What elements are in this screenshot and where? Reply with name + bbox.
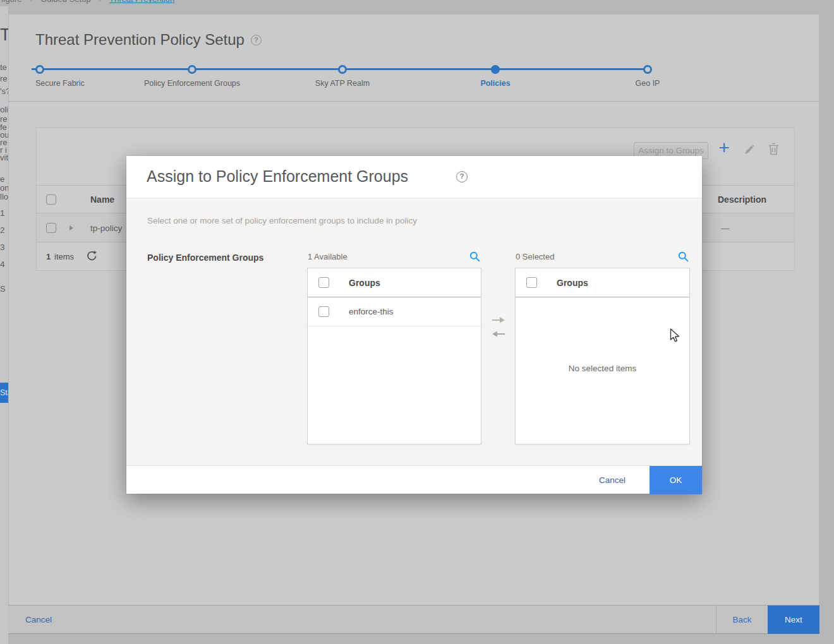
step-label-policies: Policies <box>480 79 510 88</box>
move-left-icon[interactable] <box>491 331 506 337</box>
breadcrumb-separator-icon: › <box>99 0 101 4</box>
breadcrumb: figure › Guided Setup › Threat Preventio… <box>0 0 834 6</box>
back-button[interactable]: Back <box>716 605 768 634</box>
modal-title: Assign to Policy Enforcement Groups <box>147 167 408 186</box>
clipped-list-number: 3 <box>0 242 5 252</box>
selected-column-header: Groups <box>557 278 588 288</box>
modal-footer: Cancel OK <box>126 465 702 494</box>
step-label-secure-fabric: Secure Fabric <box>35 79 85 88</box>
selected-count-label: 0 Selected <box>516 252 554 261</box>
items-count-label: items <box>54 252 74 261</box>
breadcrumb-threat-prevention[interactable]: Threat Prevention <box>109 0 174 4</box>
background-left-panel: Th te re 's? olic re fe ou re r i vit e … <box>0 6 8 644</box>
selected-select-all-checkbox[interactable] <box>526 277 537 288</box>
clipped-start-button[interactable]: Sta <box>0 383 8 403</box>
modal-help-icon[interactable]: ? <box>456 171 468 182</box>
selected-groups-listbox: Groups No selected items <box>515 268 690 444</box>
transfer-controls <box>481 317 515 345</box>
search-icon[interactable] <box>469 251 480 262</box>
available-count-label: 1 Available <box>308 252 348 261</box>
step-label-sky-atp-realm: Sky ATP Realm <box>315 79 370 88</box>
modal-cancel-button[interactable]: Cancel <box>599 475 626 485</box>
screen: figure › Guided Setup › Threat Preventio… <box>0 0 834 644</box>
step-dot-sky-atp-realm[interactable] <box>338 65 347 74</box>
modal-header: Assign to Policy Enforcement Groups ? <box>126 156 702 198</box>
column-header-name[interactable]: Name <box>90 194 114 205</box>
search-icon[interactable] <box>678 251 689 262</box>
expand-row-icon[interactable] <box>70 225 73 230</box>
clipped-text-fragment: 's? <box>0 86 8 96</box>
step-dot-policy-enforcement-groups[interactable] <box>188 65 196 74</box>
list-item[interactable]: enforce-this <box>308 297 481 326</box>
available-select-all-checkbox[interactable] <box>318 277 329 288</box>
page-title-text: Threat Prevention Policy Setup <box>35 31 245 48</box>
clipped-text-fragment: olic <box>0 105 8 114</box>
clipped-list-number: 2 <box>0 225 5 235</box>
clipped-text-fragment: te <box>0 63 7 72</box>
assign-groups-modal: Assign to Policy Enforcement Groups ? Se… <box>126 156 702 494</box>
breadcrumb-separator-icon: › <box>30 0 32 4</box>
next-button[interactable]: Next <box>768 605 819 634</box>
delete-icon[interactable] <box>768 143 779 155</box>
row-checkbox[interactable] <box>46 223 56 233</box>
selected-groups-panel: 0 Selected Groups No selected items <box>515 251 690 266</box>
clipped-text-fragment: Th <box>0 25 8 45</box>
available-list-header: Groups <box>308 268 481 297</box>
clipped-text-fragment: S <box>0 284 6 294</box>
clipped-text-fragment: llo <box>0 192 8 201</box>
step-dot-policies[interactable] <box>491 65 500 74</box>
edit-icon[interactable] <box>744 144 755 155</box>
refresh-icon[interactable] <box>86 250 97 261</box>
breadcrumb-prefix-fragment: figure <box>1 0 22 4</box>
wizard-header: Threat Prevention Policy Setup? Secure F… <box>9 15 819 102</box>
available-groups-panel: 1 Available Groups enforce-this <box>307 251 481 266</box>
available-item-checkbox[interactable] <box>318 306 329 317</box>
empty-selection-message: No selected items <box>516 364 689 373</box>
modal-body: Select one or more set of policy enforce… <box>126 198 702 465</box>
page-title: Threat Prevention Policy Setup? <box>35 31 262 49</box>
step-dot-secure-fabric[interactable] <box>35 65 44 74</box>
modal-ok-button[interactable]: OK <box>650 466 702 494</box>
clipped-text-fragment: on <box>0 183 8 193</box>
items-count: 1 <box>46 252 51 261</box>
step-dot-geo-ip[interactable] <box>643 65 652 74</box>
column-header-description[interactable]: Description <box>718 194 766 205</box>
step-label-policy-enforcement-groups: Policy Enforcement Groups <box>144 79 240 88</box>
wizard-cancel-button[interactable]: Cancel <box>25 615 52 624</box>
field-label-policy-enforcement-groups: Policy Enforcement Groups <box>147 253 263 263</box>
clipped-text-fragment: vit <box>0 153 8 162</box>
mouse-cursor <box>670 328 680 343</box>
step-label-geo-ip: Geo IP <box>636 79 660 88</box>
clipped-text-fragment: re <box>0 74 8 83</box>
clipped-text-fragment: e <box>0 174 4 184</box>
available-groups-listbox: Groups enforce-this <box>307 268 481 444</box>
available-item-label: enforce-this <box>349 307 394 316</box>
help-icon[interactable]: ? <box>251 35 262 45</box>
policy-description-cell: — <box>721 224 730 233</box>
wizard-bottom-bar: Cancel Back Next <box>8 605 819 634</box>
available-column-header: Groups <box>349 278 380 288</box>
clipped-list-number: 1 <box>0 208 5 218</box>
clipped-list-number: 4 <box>0 259 5 269</box>
add-policy-icon[interactable]: + <box>716 138 732 157</box>
move-right-icon[interactable] <box>491 317 506 323</box>
breadcrumb-guided-setup[interactable]: Guided Setup <box>40 0 91 4</box>
select-all-checkbox[interactable] <box>46 194 56 205</box>
policy-name-cell: tp-policy <box>90 224 122 233</box>
modal-subtitle: Select one or more set of policy enforce… <box>147 216 417 225</box>
selected-list-header: Groups <box>516 268 689 297</box>
